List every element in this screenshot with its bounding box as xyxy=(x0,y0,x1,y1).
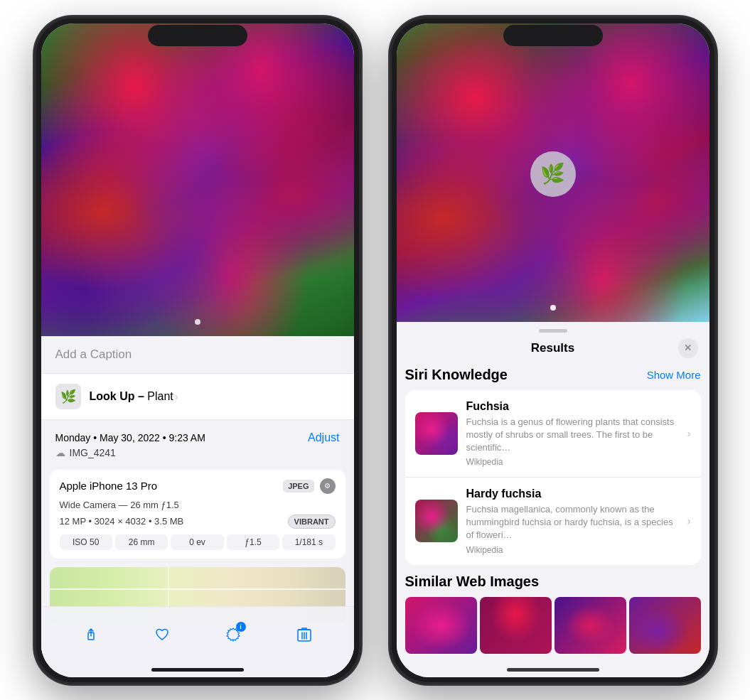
close-button[interactable]: ✕ xyxy=(678,338,698,358)
photo-area[interactable] xyxy=(41,23,354,336)
delete-button[interactable] xyxy=(289,619,320,650)
vibrant-badge: VIBRANT xyxy=(288,515,336,529)
exif-shutter: 1/181 s xyxy=(282,534,335,550)
device-row: Apple iPhone 13 Pro JPEG ⚙ xyxy=(60,478,336,494)
caption-row[interactable]: Add a Caption xyxy=(41,336,354,374)
fuchsia-thumbnail xyxy=(415,412,458,455)
show-more-button[interactable]: Show More xyxy=(647,369,701,381)
exif-row: ISO 50 26 mm 0 ev ƒ1.5 1/181 s xyxy=(60,534,336,550)
photo-page-dot xyxy=(195,319,200,325)
similar-image-1[interactable] xyxy=(405,597,477,654)
notch-right xyxy=(503,25,603,46)
caption-placeholder[interactable]: Add a Caption xyxy=(55,348,132,361)
meta-date: Monday • May 30, 2022 • 9:23 AM xyxy=(55,432,205,443)
exif-focal: 26 mm xyxy=(115,534,168,550)
lookup-icon-wrap: 🌿 xyxy=(55,384,81,409)
results-sheet: Results ✕ Siri Knowledge Show More xyxy=(397,322,709,677)
adjust-button[interactable]: Adjust xyxy=(308,431,339,444)
mp-row: 12 MP • 3024 × 4032 • 3.5 MB VIBRANT xyxy=(60,515,336,529)
notch xyxy=(148,25,247,46)
hardy-chevron: › xyxy=(687,515,691,527)
results-content: Siri Knowledge Show More Fuchsia xyxy=(397,367,709,662)
filename-text: IMG_4241 xyxy=(70,447,116,458)
info-button[interactable]: i xyxy=(218,619,249,650)
results-header: Results ✕ xyxy=(397,338,709,367)
map-road-h xyxy=(50,588,345,590)
lookup-bold: Look Up – xyxy=(90,390,144,402)
right-phone: 🌿 Results ✕ Siri Knowledge xyxy=(390,16,717,684)
lookup-label[interactable]: Look Up – Plant› xyxy=(90,390,178,403)
home-indicator-left xyxy=(151,668,244,672)
info-badge: i xyxy=(236,622,246,632)
hardy-info: Hardy fuchsia Fuchsia magellanica, commo… xyxy=(466,488,679,555)
exif-aperture: ƒ1.5 xyxy=(227,534,279,550)
favorite-button[interactable] xyxy=(146,619,178,650)
knowledge-card: Fuchsia Fuchsia is a genus of flowering … xyxy=(405,390,701,565)
leaf-icon: 🌿 xyxy=(60,389,76,404)
volume-up-button xyxy=(34,116,35,151)
hardy-source: Wikipedia xyxy=(466,545,679,555)
meta-filename: ☁ IMG_4241 xyxy=(55,447,340,458)
similar-image-3[interactable] xyxy=(555,597,626,654)
similar-image-2[interactable] xyxy=(480,597,552,654)
similar-section: Similar Web Images xyxy=(405,574,701,654)
hardy-name: Hardy fuchsia xyxy=(466,488,679,500)
siri-knowledge-title: Siri Knowledge xyxy=(405,367,508,383)
format-badges: JPEG ⚙ xyxy=(283,478,335,494)
hardy-thumbnail xyxy=(415,500,458,542)
share-button[interactable] xyxy=(75,619,107,650)
side-button-right xyxy=(716,130,717,187)
home-indicator-right xyxy=(507,668,599,672)
siri-page-dot xyxy=(550,305,556,311)
cloud-icon: ☁ xyxy=(55,447,65,458)
siri-leaf-icon: 🌿 xyxy=(540,162,565,185)
knowledge-item-fuchsia[interactable]: Fuchsia Fuchsia is a genus of flowering … xyxy=(405,390,701,478)
fuchsia-description: Fuchsia is a genus of flowering plants t… xyxy=(466,416,679,455)
similar-title: Similar Web Images xyxy=(405,574,701,590)
settings-icon[interactable]: ⚙ xyxy=(320,478,336,494)
fuchsia-thumb-img xyxy=(415,412,458,455)
left-screen: Add a Caption 🌿 Look Up – Plant› xyxy=(41,23,354,677)
right-screen: 🌿 Results ✕ Siri Knowledge xyxy=(397,23,709,677)
similar-image-4[interactable] xyxy=(629,597,701,654)
knowledge-item-hardy[interactable]: Hardy fuchsia Fuchsia magellanica, commo… xyxy=(405,478,701,565)
fuchsia-name: Fuchsia xyxy=(466,400,679,413)
similar-images-grid xyxy=(405,597,701,654)
hardy-description: Fuchsia magellanica, commonly known as t… xyxy=(466,503,679,542)
fuchsia-photo xyxy=(41,23,354,336)
photo-area-right: 🌿 xyxy=(397,23,709,322)
jpeg-badge: JPEG xyxy=(283,480,314,492)
device-name: Apple iPhone 13 Pro xyxy=(60,480,158,492)
sheet-handle[interactable] xyxy=(539,329,567,333)
resolution-text: 12 MP • 3024 × 4032 • 3.5 MB xyxy=(60,516,184,527)
left-phone: Add a Caption 🌿 Look Up – Plant› xyxy=(34,16,361,684)
camera-details: Wide Camera — 26 mm ƒ1.5 xyxy=(60,500,336,510)
results-title: Results xyxy=(428,341,678,355)
device-card: Apple iPhone 13 Pro JPEG ⚙ Wide Camera —… xyxy=(50,470,345,559)
volume-down-right xyxy=(390,162,390,198)
info-badge-letter: i xyxy=(240,623,242,630)
volume-up-right xyxy=(390,116,390,151)
meta-section: Monday • May 30, 2022 • 9:23 AM Adjust ☁… xyxy=(41,420,354,470)
fuchsia-source: Wikipedia xyxy=(466,457,679,467)
exif-ev: 0 ev xyxy=(171,534,223,550)
bottom-toolbar: i xyxy=(41,606,354,677)
meta-date-row: Monday • May 30, 2022 • 9:23 AM Adjust xyxy=(55,431,340,444)
exif-iso: ISO 50 xyxy=(60,534,112,550)
fuchsia-chevron: › xyxy=(687,428,691,439)
siri-knowledge-header: Siri Knowledge Show More xyxy=(405,367,701,383)
lookup-row[interactable]: 🌿 Look Up – Plant› xyxy=(41,374,354,420)
lookup-chevron: › xyxy=(175,391,178,402)
lookup-plant: Plant xyxy=(144,390,173,402)
hardy-thumb-img xyxy=(415,500,458,542)
siri-visual-button[interactable]: 🌿 xyxy=(530,151,576,197)
side-button xyxy=(360,130,361,187)
fuchsia-info: Fuchsia Fuchsia is a genus of flowering … xyxy=(466,400,679,468)
volume-down-button xyxy=(34,162,35,198)
